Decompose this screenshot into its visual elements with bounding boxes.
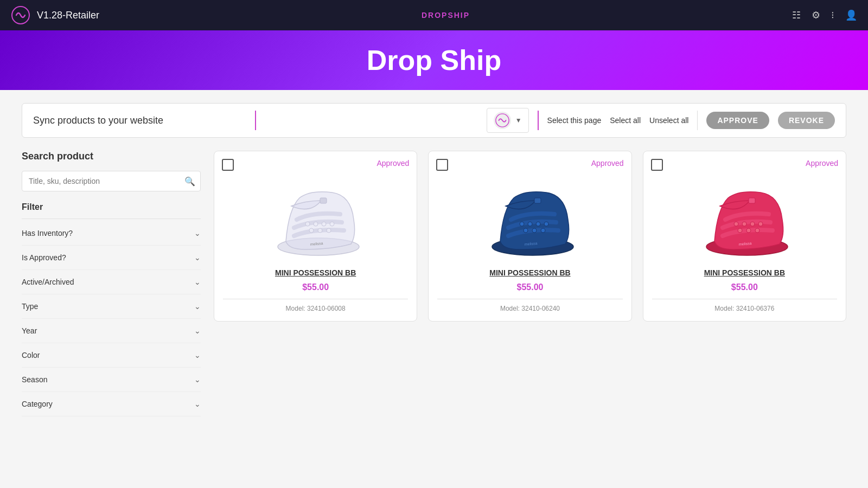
chevron-season-icon: ⌄ [194, 375, 201, 384]
topnav: V1.28-Retailer DROPSHIP ☷ ⚙ ⁝ 👤 [0, 0, 868, 30]
svg-point-14 [520, 222, 524, 226]
sync-bar-divider-3 [697, 111, 698, 130]
chevron-category-icon: ⌄ [194, 400, 201, 408]
vendor-select[interactable]: ▼ [487, 108, 529, 133]
app-title: V1.28-Retailer [37, 10, 99, 21]
approve-button[interactable]: APPROVE [706, 112, 769, 129]
product-name-2[interactable]: MINI POSSESSION BB [489, 268, 570, 277]
chevron-active-archived-icon: ⌄ [194, 278, 201, 286]
svg-rect-23 [749, 198, 755, 203]
product-price-3: $55.00 [731, 282, 758, 292]
product-card-3: Approved [643, 151, 846, 322]
hero-banner: Drop Ship [0, 30, 868, 90]
chevron-type-icon: ⌄ [194, 302, 201, 311]
svg-point-27 [758, 222, 763, 226]
product-card-1: Approved [214, 151, 417, 322]
product-checkbox-2[interactable] [436, 159, 448, 171]
svg-point-30 [755, 228, 760, 233]
chevron-color-icon: ⌄ [194, 351, 201, 359]
product-checkbox-1[interactable] [222, 159, 234, 171]
product-image-1: melissa [261, 160, 370, 268]
product-model-3: Model: 32410-06376 [714, 305, 774, 312]
svg-point-10 [327, 228, 331, 233]
revoke-button[interactable]: REVOKE [778, 112, 835, 129]
sync-bar: Sync products to your website ▼ Select t… [22, 103, 846, 138]
product-price-2: $55.00 [517, 282, 544, 292]
svg-point-28 [738, 228, 742, 233]
search-input-wrap: 🔍 [22, 171, 201, 191]
filter-title: Filter [22, 202, 201, 212]
svg-point-20 [541, 228, 545, 233]
nav-right: ☷ ⚙ ⁝ 👤 [792, 9, 857, 21]
product-grid: Approved [214, 151, 846, 416]
search-input[interactable] [22, 171, 201, 191]
svg-point-9 [318, 228, 322, 233]
product-name-3[interactable]: MINI POSSESSION BB [704, 268, 785, 277]
svg-rect-13 [534, 198, 541, 203]
chevron-year-icon: ⌄ [194, 326, 201, 335]
chevron-is-approved-icon: ⌄ [194, 253, 201, 262]
product-model-1: Model: 32410-06008 [286, 305, 346, 312]
product-model-2: Model: 32410-06240 [500, 305, 560, 312]
svg-point-4 [305, 222, 310, 226]
filter-divider-top [22, 219, 201, 219]
nav-center-label: DROPSHIP [422, 11, 470, 20]
product-area: Search product 🔍 Filter Has Inventory? ⌄… [22, 151, 846, 416]
sync-bar-divider-2 [538, 111, 539, 130]
sync-bar-divider-1 [255, 111, 256, 130]
unselect-all-btn[interactable]: Unselect all [649, 116, 688, 125]
svg-point-15 [528, 222, 532, 226]
product-name-1[interactable]: MINI POSSESSION BB [275, 268, 356, 277]
select-this-page-btn[interactable]: Select this page [547, 116, 602, 125]
hero-title: Drop Ship [367, 44, 501, 76]
product-approved-badge-1: Approved [376, 159, 409, 168]
product-divider-3 [652, 299, 837, 299]
grid-icon[interactable]: ⁝ [831, 9, 834, 21]
filter-type[interactable]: Type ⌄ [22, 294, 201, 319]
search-icon: 🔍 [184, 176, 195, 187]
product-approved-badge-2: Approved [591, 159, 624, 168]
filter-active-archived[interactable]: Active/Archived ⌄ [22, 270, 201, 294]
product-divider-2 [437, 299, 622, 299]
product-checkbox-3[interactable] [651, 159, 663, 171]
svg-point-24 [734, 222, 738, 226]
product-card-2: Approved [428, 151, 631, 322]
sync-bar-title: Sync products to your website [33, 115, 246, 126]
filter-is-approved[interactable]: Is Approved? ⌄ [22, 246, 201, 270]
filter-category[interactable]: Category ⌄ [22, 392, 201, 416]
svg-point-6 [322, 222, 326, 226]
app-logo[interactable] [11, 5, 30, 25]
filter-color[interactable]: Color ⌄ [22, 343, 201, 368]
svg-point-8 [309, 228, 314, 233]
filter-season[interactable]: Season ⌄ [22, 368, 201, 392]
svg-point-26 [750, 222, 755, 226]
reports-icon[interactable]: ☷ [792, 9, 801, 21]
product-price-1: $55.00 [302, 282, 329, 292]
product-image-2: melissa [476, 160, 584, 268]
svg-point-17 [544, 222, 548, 226]
vendor-logo [494, 112, 511, 129]
gear-icon[interactable]: ⚙ [812, 9, 820, 21]
product-divider-1 [223, 299, 408, 299]
sidebar: Search product 🔍 Filter Has Inventory? ⌄… [22, 151, 201, 416]
chevron-has-inventory-icon: ⌄ [194, 229, 201, 237]
product-image-3: melissa [690, 160, 799, 268]
search-section-title: Search product [22, 151, 201, 162]
svg-point-18 [524, 228, 528, 233]
nav-left: V1.28-Retailer [11, 5, 99, 25]
user-icon[interactable]: 👤 [845, 9, 857, 21]
select-all-btn[interactable]: Select all [610, 116, 641, 125]
svg-rect-3 [320, 198, 327, 203]
svg-point-5 [314, 222, 318, 226]
filter-year[interactable]: Year ⌄ [22, 319, 201, 343]
product-approved-badge-3: Approved [806, 159, 838, 168]
main-content: Sync products to your website ▼ Select t… [0, 90, 868, 429]
svg-point-29 [746, 228, 751, 233]
svg-point-19 [532, 228, 537, 233]
vendor-dropdown-arrow[interactable]: ▼ [515, 117, 522, 124]
svg-point-16 [536, 222, 540, 226]
svg-point-7 [330, 222, 334, 226]
filter-has-inventory[interactable]: Has Inventory? ⌄ [22, 221, 201, 246]
svg-point-25 [742, 222, 746, 226]
